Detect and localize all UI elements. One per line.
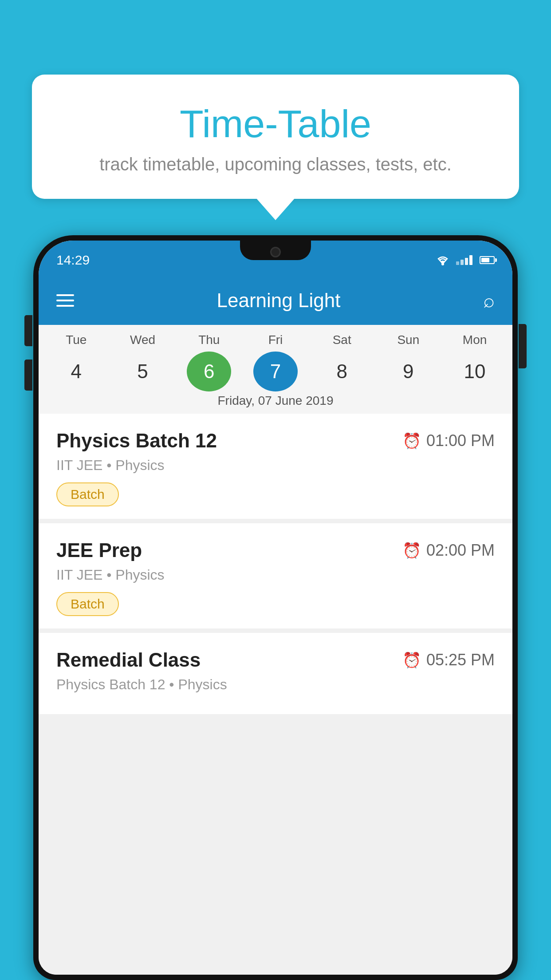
day-sun: Sun — [386, 333, 430, 347]
calendar-bar: Tue Wed Thu Fri Sat Sun Mon 4 5 6 7 8 9 … — [39, 325, 512, 414]
tooltip-title: Time-Table — [54, 101, 497, 146]
schedule-item-3-title: Remedial Class — [56, 649, 201, 671]
day-sat: Sat — [320, 333, 364, 347]
status-icons — [435, 254, 495, 266]
app-bar: Learning Light ⌕ — [39, 276, 512, 325]
selected-date-label: Friday, 07 June 2019 — [39, 394, 512, 414]
schedule-item-2-time-value: 02:00 PM — [426, 541, 495, 560]
tooltip-subtitle: track timetable, upcoming classes, tests… — [54, 154, 497, 174]
schedule-item-3[interactable]: Remedial Class ⏰ 05:25 PM Physics Batch … — [39, 633, 512, 714]
schedule-item-2-badge: Batch — [56, 592, 119, 616]
date-9[interactable]: 9 — [386, 352, 430, 391]
schedule-item-1-badge: Batch — [56, 482, 119, 506]
hamburger-line-1 — [56, 294, 74, 296]
date-7-selected[interactable]: 7 — [253, 352, 298, 391]
clock-icon-3: ⏰ — [402, 651, 421, 669]
hamburger-line-2 — [56, 300, 74, 301]
clock-icon-2: ⏰ — [402, 541, 421, 559]
search-icon[interactable]: ⌕ — [483, 289, 495, 312]
volume-up-button[interactable] — [24, 315, 32, 346]
schedule-item-1[interactable]: Physics Batch 12 ⏰ 01:00 PM IIT JEE • Ph… — [39, 414, 512, 519]
schedule-item-1-title: Physics Batch 12 — [56, 430, 217, 452]
date-8[interactable]: 8 — [320, 352, 364, 391]
signal-icon — [456, 255, 472, 265]
hamburger-line-3 — [56, 305, 74, 307]
phone-screen: 14:29 — [39, 241, 512, 975]
date-4[interactable]: 4 — [54, 352, 98, 391]
svg-point-0 — [441, 263, 444, 265]
schedule-item-2[interactable]: JEE Prep ⏰ 02:00 PM IIT JEE • Physics Ba… — [39, 523, 512, 628]
clock-icon-1: ⏰ — [402, 432, 421, 450]
schedule-item-2-subtitle: IIT JEE • Physics — [56, 567, 495, 583]
power-button[interactable] — [519, 324, 527, 368]
status-time: 14:29 — [56, 253, 90, 268]
schedule-item-2-title: JEE Prep — [56, 539, 142, 561]
menu-icon[interactable] — [56, 294, 74, 307]
battery-icon — [480, 256, 495, 264]
day-wed: Wed — [121, 333, 165, 347]
schedule-item-1-header: Physics Batch 12 ⏰ 01:00 PM — [56, 430, 495, 452]
tooltip-card: Time-Table track timetable, upcoming cla… — [32, 75, 519, 199]
schedule-item-3-time: ⏰ 05:25 PM — [402, 651, 495, 669]
app-title: Learning Light — [217, 289, 341, 312]
status-bar: 14:29 — [39, 241, 512, 276]
day-fri: Fri — [253, 333, 298, 347]
schedule-item-3-header: Remedial Class ⏰ 05:25 PM — [56, 649, 495, 671]
date-6-today[interactable]: 6 — [187, 352, 231, 391]
schedule-item-1-time: ⏰ 01:00 PM — [402, 431, 495, 450]
day-thu: Thu — [187, 333, 231, 347]
schedule-item-2-header: JEE Prep ⏰ 02:00 PM — [56, 539, 495, 561]
schedule-item-3-subtitle: Physics Batch 12 • Physics — [56, 676, 495, 693]
schedule-item-1-subtitle: IIT JEE • Physics — [56, 457, 495, 474]
schedule-item-1-time-value: 01:00 PM — [426, 431, 495, 450]
schedule-content: Physics Batch 12 ⏰ 01:00 PM IIT JEE • Ph… — [39, 414, 512, 975]
volume-down-button[interactable] — [24, 360, 32, 391]
date-10[interactable]: 10 — [453, 352, 497, 391]
day-headers: Tue Wed Thu Fri Sat Sun Mon — [39, 325, 512, 349]
schedule-item-2-time: ⏰ 02:00 PM — [402, 541, 495, 560]
day-numbers: 4 5 6 7 8 9 10 — [39, 349, 512, 394]
day-mon: Mon — [453, 333, 497, 347]
schedule-item-3-time-value: 05:25 PM — [426, 651, 495, 669]
day-tue: Tue — [54, 333, 98, 347]
phone-frame: 14:29 — [33, 235, 518, 980]
wifi-icon — [435, 254, 451, 266]
date-5[interactable]: 5 — [121, 352, 165, 391]
